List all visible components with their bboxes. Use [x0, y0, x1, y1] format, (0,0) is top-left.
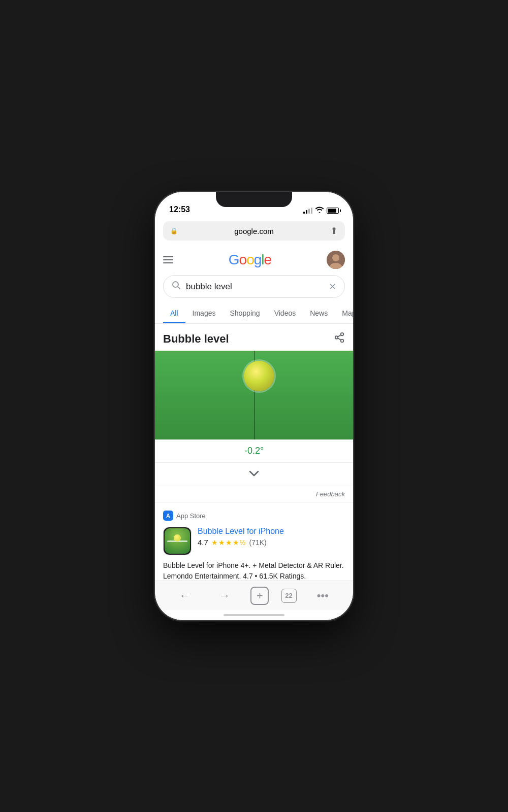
search-icon	[172, 281, 181, 292]
search-tabs: All Images Shopping Videos News Maps B	[155, 304, 353, 324]
tab-videos[interactable]: Videos	[267, 304, 303, 323]
signal-icon	[303, 208, 312, 214]
google-header: Google	[155, 245, 353, 275]
tab-shopping[interactable]: Shopping	[223, 304, 267, 323]
tab-count: 22	[285, 592, 292, 599]
notch	[216, 192, 292, 207]
clear-search-button[interactable]: ✕	[329, 281, 336, 292]
tab-news[interactable]: News	[303, 304, 335, 323]
browser-menu-button[interactable]: •••	[309, 587, 337, 604]
google-logo: Google	[229, 252, 271, 268]
svg-point-7	[341, 340, 344, 343]
app-store-card: A App Store Bubble Level for iPhone 4.7 …	[155, 502, 353, 581]
search-bar[interactable]: bubble level ✕	[163, 275, 345, 298]
svg-line-8	[338, 338, 341, 340]
lock-icon: 🔒	[170, 227, 178, 234]
new-tab-icon: +	[257, 589, 263, 602]
tab-count-button[interactable]: 22	[281, 589, 297, 603]
search-query: bubble level	[186, 282, 324, 292]
phone-frame: 12:53	[155, 192, 353, 620]
app-reviews: (71K)	[249, 538, 267, 547]
url-text: google.com	[182, 227, 326, 235]
battery-icon	[327, 208, 339, 214]
url-bar-container: 🔒 google.com ⬆	[155, 217, 353, 245]
app-store-icon: A	[163, 511, 173, 521]
main-content: Google bubble le	[155, 245, 353, 581]
feedback-link[interactable]: Feedback	[155, 486, 353, 502]
bubble-degree-value: -0.2°	[155, 439, 353, 463]
app-icon	[163, 527, 192, 555]
svg-point-5	[341, 333, 344, 336]
app-store-label: A App Store	[163, 511, 345, 521]
home-indicator	[155, 610, 353, 620]
widget-header: Bubble level	[155, 324, 353, 351]
app-info: Bubble Level for iPhone 4.7 ★★★★½ (71K)	[198, 527, 345, 555]
widget-title: Bubble level	[163, 332, 229, 346]
home-bar	[224, 614, 284, 616]
bubble-level-display[interactable]	[155, 351, 353, 439]
svg-line-4	[178, 287, 180, 289]
tab-maps[interactable]: Maps	[335, 304, 353, 323]
bubble-level-widget: Bubble level	[155, 324, 353, 502]
app-rating-row: 4.7 ★★★★½ (71K)	[198, 538, 345, 547]
tab-images[interactable]: Images	[185, 304, 223, 323]
share-icon[interactable]: ⬆	[330, 225, 338, 236]
svg-point-6	[335, 336, 338, 339]
app-store-name: App Store	[176, 512, 206, 520]
screen: 12:53	[155, 192, 353, 620]
app-description: Bubble Level for iPhone 4+. + Metal Dete…	[163, 560, 345, 581]
status-icons	[303, 207, 339, 214]
status-time: 12:53	[169, 205, 190, 214]
tab-all[interactable]: All	[163, 304, 185, 323]
svg-point-1	[332, 254, 339, 261]
bottom-navigation: ← → + 22 •••	[155, 581, 353, 610]
bubble-circle	[244, 361, 274, 391]
hamburger-menu-button[interactable]	[163, 256, 173, 263]
svg-line-9	[338, 335, 341, 337]
widget-share-button[interactable]	[334, 332, 345, 346]
back-button[interactable]: ←	[171, 587, 199, 604]
app-stars: ★★★★½	[211, 538, 246, 547]
forward-icon: →	[219, 589, 230, 602]
browser-menu-icon: •••	[317, 589, 329, 602]
forward-button[interactable]: →	[211, 587, 238, 604]
app-name[interactable]: Bubble Level for iPhone	[198, 527, 345, 536]
url-bar[interactable]: 🔒 google.com ⬆	[163, 221, 345, 241]
app-rating-number: 4.7	[198, 538, 208, 547]
new-tab-button[interactable]: +	[250, 587, 269, 605]
user-avatar[interactable]	[327, 251, 345, 269]
expand-button[interactable]	[155, 463, 353, 486]
wifi-icon	[315, 207, 324, 214]
back-icon: ←	[179, 589, 190, 602]
app-listing: Bubble Level for iPhone 4.7 ★★★★½ (71K)	[163, 527, 345, 555]
